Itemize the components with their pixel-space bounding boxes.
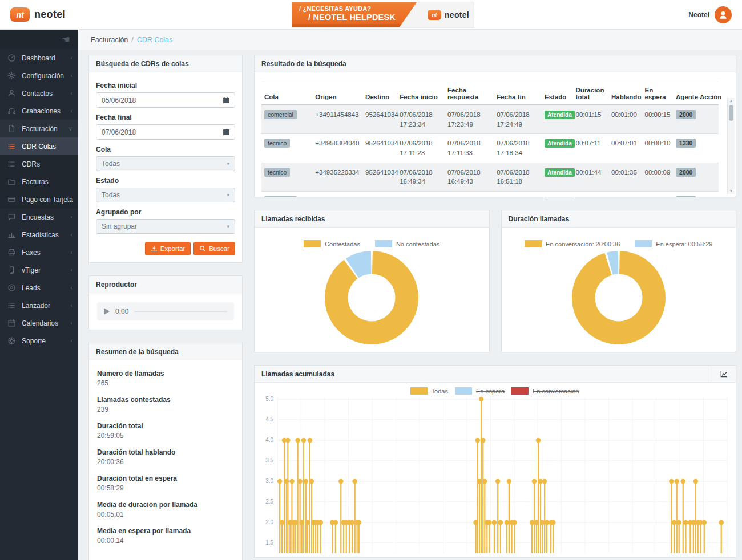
calendar-icon[interactable]	[217, 125, 235, 139]
column-header-agente: Agente	[673, 82, 697, 105]
support-icon	[7, 336, 16, 345]
table-row[interactable]: tecnico +34935220334952641034 07/06/2018…	[261, 163, 719, 191]
fecha-inicial-input[interactable]	[96, 93, 217, 107]
sidebar-item-label: Soporte	[22, 337, 46, 345]
summary-value: 20:00:36	[97, 458, 124, 466]
queue-badge: comercial	[264, 196, 297, 197]
duracion-llamadas-donut	[509, 250, 729, 347]
table-row[interactable]: comercial 615220689952641034 07/06/20181…	[261, 192, 719, 197]
fecha-final-label: Fecha final	[96, 113, 235, 121]
user-icon	[7, 89, 16, 98]
results-panel-title: Resultado de la búsqueda	[255, 55, 736, 72]
summary-label: Duración total	[97, 422, 234, 430]
sidebar-item-estad-sticas[interactable]: Estadísticas‹	[0, 226, 78, 244]
sidebar-item-label: Faxes	[22, 249, 41, 257]
agent-badge: 2000	[676, 196, 696, 197]
user-menu[interactable]: Neotel	[688, 6, 732, 23]
sidebar-item-label: CDR Colas	[22, 143, 56, 151]
llamadas-recibidas-legend: Contestadas No contestadas	[261, 240, 482, 247]
person-icon	[718, 10, 728, 20]
buscar-button[interactable]: Buscar	[193, 242, 235, 255]
sidebar-item-cdrs[interactable]: CDRs	[0, 155, 78, 173]
column-header-fecha-inicio: Fecha inicio	[397, 82, 445, 105]
column-header-fecha-fin: Fecha fin	[494, 82, 542, 105]
legend-item-no-contestadas[interactable]: No contestadas	[375, 240, 439, 247]
sidebar-item-vtiger[interactable]: vTiger‹	[0, 261, 78, 279]
llamadas-recibidas-panel: Llamadas recibidas Contestadas No contes…	[254, 210, 490, 352]
sidebar-item-soporte[interactable]: Soporte‹	[0, 332, 78, 350]
play-icon[interactable]	[104, 308, 110, 315]
svg-text:4.5: 4.5	[265, 416, 273, 423]
sidebar-item-encuestas[interactable]: Encuestas‹	[0, 208, 78, 226]
legend-item-en-espera-00-58-29[interactable]: En espera: 00:58:29	[635, 240, 712, 247]
table-row[interactable]: tecnico +34958304040952641034 07/06/2018…	[261, 134, 719, 163]
summary-item-n-mero-de-llamadas: Número de llamadas 265	[97, 370, 234, 387]
sidebar-item-label: Configuración	[22, 72, 64, 80]
summary-item-media-de-duraci-n-por-llamada: Media de duración por llamada 00:05:01	[97, 501, 234, 518]
chevron-left-icon: ‹	[71, 72, 72, 79]
printer-icon	[7, 248, 16, 257]
summary-panel-title: Resumen de la búsqueda	[89, 343, 242, 360]
legend-item-en-espera[interactable]: En espera	[455, 387, 505, 395]
legend-swatch	[511, 387, 529, 395]
chevron-left-icon: ‹	[71, 108, 72, 114]
agrupado-select[interactable]: Sin agrupar ▾	[96, 219, 235, 234]
legend-item-en-conversaci-n[interactable]: En conversación	[511, 387, 579, 395]
estado-select[interactable]: Todas ▾	[96, 188, 235, 202]
cola-select[interactable]: Todas ▾	[96, 156, 235, 171]
legend-item-contestadas[interactable]: Contestadas	[304, 240, 360, 247]
neotel-logo[interactable]: nt neotel	[10, 7, 66, 22]
chevron-left-icon: ‹	[71, 90, 72, 96]
summary-item-llamadas-contestadas: Llamadas contestadas 239	[97, 396, 234, 413]
banner-brand-wordmark: neotel	[445, 10, 469, 19]
breadcrumb-section[interactable]: Facturación	[91, 36, 128, 44]
chevron-left-icon: ‹	[71, 320, 72, 326]
player-progress[interactable]	[134, 311, 227, 312]
sidebar-item-facturaci-n[interactable]: Facturación∨	[0, 120, 78, 137]
hand-pointer-icon[interactable]: ☚	[62, 34, 70, 46]
chevron-left-icon: ‹	[71, 232, 72, 238]
chart-type-button[interactable]	[712, 366, 736, 383]
sidebar-item-lanzador[interactable]: Lanzador‹	[0, 297, 78, 314]
sidebar-item-cdr-colas[interactable]: CDR Colas	[0, 137, 78, 155]
scroll-up-icon[interactable]: ▲	[728, 99, 735, 103]
chevron-left-icon: ‹	[71, 285, 72, 291]
sidebar-item-label: Dashboard	[22, 54, 55, 62]
scrollbar-thumb[interactable]	[729, 105, 733, 121]
helpdesk-banner[interactable]: / ¿NECESITAS AYUDA? / NEOTEL HELPDESK nt…	[292, 2, 474, 27]
sidebar-item-grabaciones[interactable]: Grabaciones‹	[0, 102, 78, 120]
sidebar-item-leads[interactable]: Leads‹	[0, 279, 78, 297]
estado-label: Estado	[96, 177, 235, 185]
fecha-final-input[interactable]	[96, 125, 217, 139]
legend-swatch	[635, 240, 652, 247]
sidebar-item-facturas[interactable]: Facturas	[0, 173, 78, 190]
agent-badge: 1330	[676, 139, 696, 148]
legend-item-todas[interactable]: Todas	[410, 387, 448, 395]
brand-wordmark: neotel	[34, 9, 66, 21]
legend-label: En conversación	[533, 388, 579, 395]
sidebar-item-dashboard[interactable]: Dashboard‹	[0, 49, 78, 67]
table-scrollbar[interactable]: ▲ ▼	[727, 98, 735, 194]
sidebar-item-contactos[interactable]: Contactos‹	[0, 84, 78, 102]
banner-line-2: / NEOTEL HELPDESK	[299, 13, 417, 22]
exportar-button[interactable]: Exportar	[145, 242, 191, 255]
sidebar-item-configuraci-n[interactable]: Configuración‹	[0, 67, 78, 84]
mobile-icon	[7, 266, 16, 274]
legend-swatch	[410, 387, 428, 395]
summary-label: Media de duración por llamada	[97, 501, 234, 509]
chevron-down-icon: ▾	[227, 192, 229, 198]
calendar-icon[interactable]	[217, 93, 235, 107]
breadcrumb-current[interactable]: CDR Colas	[137, 36, 173, 44]
chevron-left-icon: ‹	[71, 338, 72, 344]
scroll-down-icon[interactable]: ▼	[728, 189, 735, 193]
player-panel-title: Reproductor	[89, 276, 242, 293]
sidebar-item-label: Encuestas	[22, 213, 54, 221]
summary-item-duraci-n-total: Duración total 20:59:05	[97, 422, 234, 440]
top-bar: nt neotel / ¿NECESITAS AYUDA? / NEOTEL H…	[0, 0, 742, 30]
sidebar-item-faxes[interactable]: Faxes‹	[0, 244, 78, 261]
sidebar-item-calendarios[interactable]: Calendarios‹	[0, 314, 78, 332]
calendar-icon	[7, 319, 16, 327]
legend-item-en-conversaci-n-20-00-36[interactable]: En conversación: 20:00:36	[525, 240, 620, 247]
table-row[interactable]: comercial +34911454843952641034 07/06/20…	[261, 105, 719, 134]
sidebar-item-pago-con-tarjeta[interactable]: Pago con Tarjeta	[0, 190, 78, 208]
